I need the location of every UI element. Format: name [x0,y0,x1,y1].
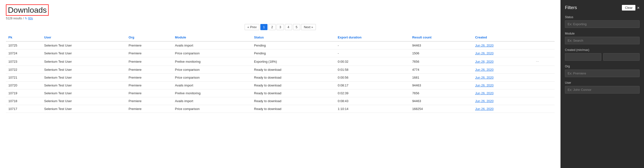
table-row: 10722Selenium Test UserPremierePrice com… [6,66,554,74]
filter-group-module: Module [565,32,640,44]
module-cell: Avails import [172,82,252,89]
close-filters-button[interactable]: × [637,6,640,10]
page-3-button[interactable]: 3 [276,24,284,30]
status-cell: Pending [252,41,335,49]
actions-cell[interactable] [533,82,554,89]
results-count: 5128 results [6,17,22,20]
export-duration-cell: 0:08:43 [335,97,410,105]
main-content: Downloads 5128 results / ↻ 60s « Prev 1 … [0,0,560,168]
result-count-cell: 1681 [410,74,472,82]
status-filter-label: Status [565,15,640,19]
org-cell: Premiere [126,41,173,49]
user-filter-input[interactable] [565,86,640,93]
user-cell: Selenium Test User [42,57,126,66]
org-filter-label: Org [565,65,640,68]
org-filter-input[interactable] [565,70,640,77]
created-max-input[interactable] [603,53,640,61]
col-status[interactable]: Status [252,34,335,41]
result-count-cell: 7656 [410,89,472,97]
refresh-icon: ↻ [25,17,27,20]
module-cell: Price comparison [172,66,252,74]
prev-page-button[interactable]: « Prev [245,24,259,30]
status-cell: Ready to download [252,74,335,82]
separator: / [23,17,24,20]
results-info: 5128 results / ↻ 60s [6,17,554,20]
org-cell: Premiere [126,74,173,82]
table-row: 10725Selenium Test UserPremiereAvails im… [6,41,554,49]
export-duration-cell: 0:00:32 [335,57,410,66]
created-cell[interactable]: Jun 26, 2020 [472,105,533,113]
org-cell: Premiere [126,57,173,66]
result-count-cell: 4774 [410,66,472,74]
col-module[interactable]: Module [172,34,252,41]
actions-cell[interactable] [533,105,554,113]
table-header-row: Pk User Org Module Status Export duratio… [6,34,554,41]
filters-controls: Clear × [622,5,640,10]
pk-cell: 10718 [6,97,42,105]
org-cell: Premiere [126,97,173,105]
org-cell: Premiere [126,49,173,57]
export-duration-cell: 1:10:14 [335,105,410,113]
module-filter-input[interactable] [565,37,640,44]
filter-group-org: Org [565,65,640,77]
col-pk[interactable]: Pk [6,34,42,41]
page-1-button[interactable]: 1 [260,24,268,30]
pk-cell: 10721 [6,74,42,82]
result-count-cell: 94463 [410,82,472,89]
created-cell[interactable]: Jun 26, 2020 [472,82,533,89]
module-filter-label: Module [565,32,640,35]
created-cell[interactable]: Jun 26, 2020 [472,74,533,82]
col-export-duration[interactable]: Export duration [335,34,410,41]
created-min-input[interactable] [565,53,601,61]
table-row: 10717Selenium Test UserPremierePrice com… [6,105,554,113]
pk-cell: 10722 [6,66,42,74]
result-count-cell: 1506 [410,49,472,57]
created-cell[interactable]: Jun 26, 2020 [472,66,533,74]
created-cell[interactable]: Jun 26, 2020 [472,41,533,49]
pagination: « Prev 1 2 3 4 5 Next » [6,24,554,30]
clear-button[interactable]: Clear [622,5,636,10]
status-filter-input[interactable] [565,20,640,28]
refresh-link[interactable]: 60s [28,17,33,20]
col-org[interactable]: Org [126,34,173,41]
actions-cell[interactable] [533,89,554,97]
page-4-button[interactable]: 4 [285,24,292,30]
next-page-button[interactable]: Next » [301,24,316,30]
status-cell: Ready to download [252,89,335,97]
col-actions [533,34,554,41]
user-cell: Selenium Test User [42,97,126,105]
result-count-cell: 94463 [410,97,472,105]
pk-cell: 10725 [6,41,42,49]
created-cell[interactable]: Jun 26, 2020 [472,49,533,57]
created-cell[interactable]: Jun 26, 2020 [472,97,533,105]
col-created[interactable]: Created [472,34,533,41]
col-result-count[interactable]: Result count [410,34,472,41]
actions-cell[interactable] [533,49,554,57]
actions-cell[interactable] [533,41,554,49]
actions-cell[interactable] [533,97,554,105]
filter-group-user: User [565,81,640,93]
export-duration-cell: - [335,41,410,49]
filters-panel: Filters Clear × Status Module Created (m… [560,0,644,168]
actions-cell[interactable] [533,74,554,82]
user-cell: Selenium Test User [42,66,126,74]
status-cell: Ready to download [252,105,335,113]
result-count-cell: 7656 [410,57,472,66]
result-count-cell: 168254 [410,105,472,113]
page-2-button[interactable]: 2 [268,24,276,30]
table-row: 10718Selenium Test UserPremiereAvails im… [6,97,554,105]
pk-cell: 10724 [6,49,42,57]
filters-header: Filters Clear × [565,5,640,10]
actions-cell[interactable]: ··· [533,57,554,66]
user-cell: Selenium Test User [42,74,126,82]
col-user[interactable]: User [42,34,126,41]
created-cell[interactable]: Jun 26, 2020 [472,57,533,66]
page-5-button[interactable]: 5 [293,24,300,30]
export-duration-cell: 0:00:56 [335,74,410,82]
user-cell: Selenium Test User [42,105,126,113]
page-title: Downloads [6,4,49,16]
org-cell: Premiere [126,66,173,74]
actions-cell[interactable] [533,66,554,74]
created-cell[interactable]: Jun 26, 2020 [472,89,533,97]
org-cell: Premiere [126,105,173,113]
